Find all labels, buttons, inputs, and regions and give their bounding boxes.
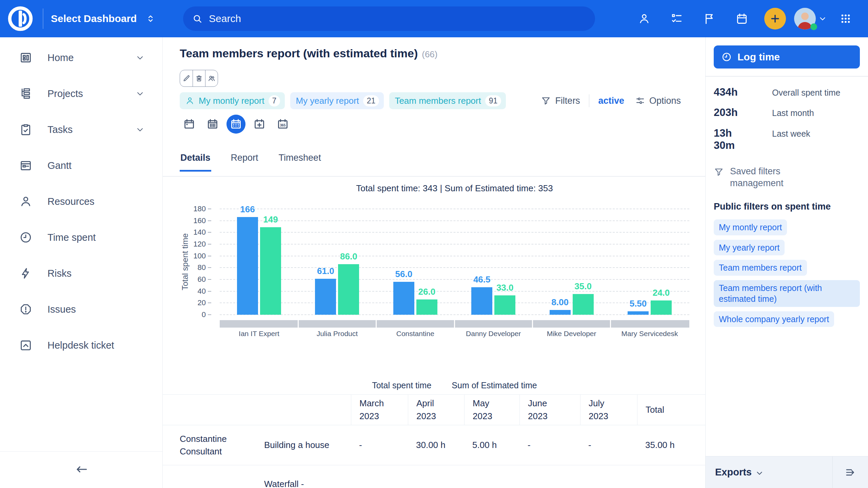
legend-item[interactable]: Total spent time xyxy=(372,380,431,390)
chevron-down-icon xyxy=(135,89,145,98)
sidebar-item-label: Gantt xyxy=(47,160,72,171)
right-panel-body: Log time 434hOverall spent time203hLast … xyxy=(706,37,868,456)
public-filter-links: My montly reportMy yearly reportTeam mem… xyxy=(714,219,860,327)
chart-ytickmark xyxy=(208,232,211,233)
clock-icon xyxy=(19,231,33,244)
dashboard-selector[interactable]: Select Dashboard xyxy=(49,13,158,25)
table-cell xyxy=(163,465,256,488)
table-cell xyxy=(464,465,519,488)
topbar-actions xyxy=(628,0,868,37)
stat-label: Last month xyxy=(772,106,860,119)
table-cell: Constantine Consultant xyxy=(163,425,256,465)
search-input[interactable] xyxy=(208,13,586,25)
chart-gridline xyxy=(220,232,689,233)
app-logo-icon[interactable] xyxy=(7,5,34,32)
tab-details[interactable]: Details xyxy=(180,153,211,172)
chart-bar[interactable] xyxy=(237,217,258,315)
exports-dropdown[interactable]: Exports xyxy=(706,456,832,488)
stat-value: 203h xyxy=(714,106,772,119)
chevron-down-icon xyxy=(755,469,764,477)
panel-divider xyxy=(706,76,868,77)
sidebar-item-label: Issues xyxy=(47,304,76,315)
chart-ytickmark xyxy=(208,302,211,303)
chart-ytickmark xyxy=(208,256,211,256)
chart-bar[interactable] xyxy=(494,295,515,315)
saved-filters-management[interactable]: Saved filters management xyxy=(714,165,860,189)
chart-ytickmark xyxy=(208,209,211,209)
sidebar-item-tasks[interactable]: Tasks xyxy=(0,112,162,148)
sidebar-item-resources[interactable]: Resources xyxy=(0,183,162,219)
chart-legend: Total spent timeSum of Estimated time xyxy=(220,380,689,390)
table-row: Constantine ConsultantBuilding a house-3… xyxy=(163,425,705,465)
my-tasks-icon[interactable] xyxy=(660,0,693,37)
chart-strip-separator xyxy=(454,320,455,328)
chart-bar[interactable] xyxy=(573,294,594,315)
table-header-cell xyxy=(163,395,256,425)
tab-report[interactable]: Report xyxy=(230,153,259,172)
stat-label: Overall spent time xyxy=(772,86,860,99)
main-content: Team members report (with estimated time… xyxy=(163,37,705,488)
sidebar-item-label: Home xyxy=(47,52,74,63)
sidebar-item-home[interactable]: Home xyxy=(0,40,162,76)
funnel-icon xyxy=(714,167,724,177)
chart-strip-separator xyxy=(376,320,377,328)
sidebar-item-issues[interactable]: Issues xyxy=(0,291,162,327)
chart-category-label: Danny Developer xyxy=(454,330,532,338)
table-header-cell: March 2023 xyxy=(351,395,408,425)
chart-ytick: 100 xyxy=(179,252,206,260)
chart-bar-value: 35.0 xyxy=(563,281,604,292)
user-avatar[interactable] xyxy=(794,8,816,30)
chart-bar[interactable] xyxy=(260,227,281,315)
chart-strip-separator xyxy=(532,320,533,328)
sidebar-item-helpdesk-ticket[interactable]: Helpdesk ticket xyxy=(0,327,162,363)
chart-bar[interactable] xyxy=(338,264,359,315)
public-filter-link[interactable]: My montly report xyxy=(714,219,787,235)
gantt-icon xyxy=(19,159,33,172)
tab-timesheet[interactable]: Timesheet xyxy=(278,153,322,172)
chart-category-label: Constantine xyxy=(376,330,454,338)
avatar-chevron-icon[interactable] xyxy=(816,0,829,37)
sidebar: HomeProjectsTasksGanttResourcesTime spen… xyxy=(0,37,163,488)
chart-ytick: 0 xyxy=(179,310,206,319)
collapse-panel-icon[interactable] xyxy=(833,456,868,488)
sidebar-item-time-spent[interactable]: Time spent xyxy=(0,219,162,255)
flag-icon[interactable] xyxy=(693,0,726,37)
legend-item[interactable]: Sum of Estimated time xyxy=(452,380,537,390)
spent-time-stats: 434hOverall spent time203hLast month13h … xyxy=(714,86,860,152)
chart-bar[interactable] xyxy=(416,299,437,315)
issues-icon xyxy=(19,302,33,316)
chart-gridline xyxy=(220,267,689,268)
public-filter-link[interactable]: My yearly report xyxy=(714,240,785,256)
sidebar-item-gantt[interactable]: Gantt xyxy=(0,148,162,183)
stat-row: 434hOverall spent time xyxy=(714,86,860,99)
calendar-icon[interactable] xyxy=(726,0,758,37)
table-cell: - xyxy=(351,425,408,465)
topbar: Select Dashboard xyxy=(0,0,868,37)
table-cell: - xyxy=(580,425,637,465)
sidebar-item-risks[interactable]: Risks xyxy=(0,255,162,291)
log-time-button[interactable]: Log time xyxy=(714,45,860,69)
public-filter-link[interactable]: Team members report (with estimated time… xyxy=(714,280,860,307)
apps-grid-icon[interactable] xyxy=(829,0,862,37)
public-filter-link[interactable]: Whole company yearly report xyxy=(714,311,834,327)
sidebar-item-projects[interactable]: Projects xyxy=(0,76,162,112)
chart-bar-value: 166 xyxy=(227,204,268,215)
table-cell xyxy=(408,465,464,488)
search-icon xyxy=(192,13,203,24)
chart-bar[interactable] xyxy=(315,279,336,315)
chart-bar[interactable] xyxy=(628,311,649,315)
quick-add-button[interactable] xyxy=(764,8,786,30)
sidebar-collapse-icon[interactable] xyxy=(72,462,91,478)
chart-bar[interactable] xyxy=(550,310,571,315)
sidebar-item-label: Projects xyxy=(47,88,83,99)
chart-scroll-strip[interactable] xyxy=(220,320,689,328)
right-panel-footer: Exports xyxy=(706,456,868,488)
sidebar-item-label: Time spent xyxy=(47,232,96,243)
chart-strip-separator xyxy=(610,320,611,328)
topbar-divider xyxy=(43,8,43,29)
search-bar[interactable] xyxy=(183,6,595,31)
chart-bar[interactable] xyxy=(651,300,672,315)
my-profile-icon[interactable] xyxy=(628,0,660,37)
table-cell xyxy=(580,465,637,488)
public-filter-link[interactable]: Team members report xyxy=(714,260,807,276)
